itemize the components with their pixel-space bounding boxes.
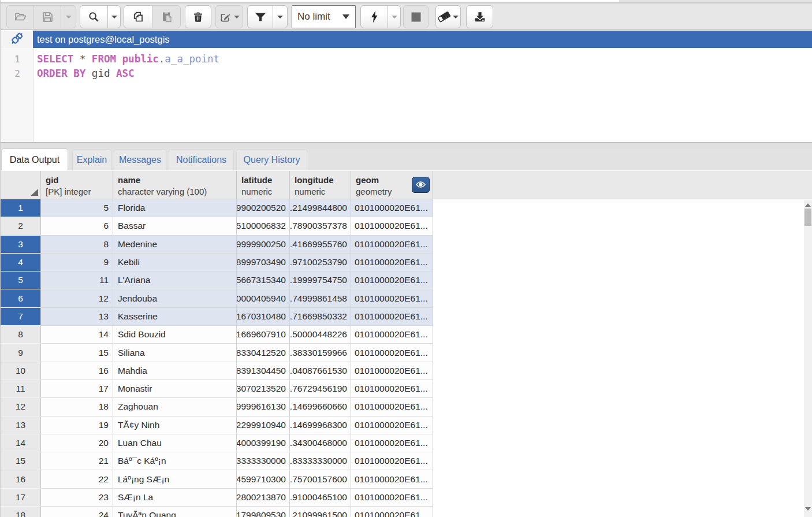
- cell-gid[interactable]: 12: [41, 289, 113, 307]
- download-button[interactable]: [466, 5, 493, 28]
- cell-gid[interactable]: 22: [41, 470, 113, 488]
- save-menu-button[interactable]: [61, 5, 76, 28]
- cell-longitude[interactable]: .14699968300: [290, 416, 351, 434]
- cell-geom[interactable]: 0101000020E61...: [351, 398, 433, 416]
- cell-name[interactable]: Jendouba: [113, 289, 237, 307]
- cell-geom[interactable]: 0101000020E61...: [351, 470, 433, 488]
- cell-latitude[interactable]: 8391304450: [237, 362, 290, 380]
- cell-geom[interactable]: 0101000020E61...: [351, 271, 433, 289]
- cell-geom[interactable]: 0101000020E61...: [351, 416, 433, 434]
- cell-longitude[interactable]: .34300468000: [290, 434, 351, 452]
- grid-vertical-scrollbar[interactable]: [804, 200, 812, 517]
- cell-longitude[interactable]: .38330159966: [290, 344, 351, 362]
- cell-name[interactable]: Bassar: [113, 217, 237, 235]
- cell-longitude[interactable]: .14699660660: [290, 398, 351, 416]
- cell-longitude[interactable]: .21499844800: [290, 199, 351, 217]
- cell-latitude[interactable]: 8330412520: [237, 344, 290, 362]
- editor-code-area[interactable]: SELECT * FROM public.a_a_pointORDER BY g…: [33, 48, 812, 142]
- cell-gid[interactable]: 24: [41, 507, 113, 517]
- cell-longitude[interactable]: .04087661530: [290, 362, 351, 380]
- connection-dropdown[interactable]: test on postgres@local_postgis: [33, 31, 812, 48]
- cell-longitude[interactable]: .71669850332: [290, 308, 351, 326]
- row-number-cell[interactable]: 6: [1, 289, 41, 307]
- cell-latitude[interactable]: 2800213870: [237, 489, 290, 507]
- cell-geom[interactable]: 0101000020E61...: [351, 380, 433, 398]
- row-number-cell[interactable]: 1: [1, 199, 41, 217]
- row-number-cell[interactable]: 2: [1, 217, 41, 235]
- cell-latitude[interactable]: 3070213520: [237, 380, 290, 398]
- cell-gid[interactable]: 15: [41, 344, 113, 362]
- cell-name[interactable]: Báº¯c Káº¡n: [113, 452, 237, 470]
- save-button[interactable]: [33, 5, 61, 28]
- copy-button[interactable]: [124, 5, 152, 28]
- code-line[interactable]: SELECT * FROM public.a_a_point: [37, 52, 812, 66]
- code-line[interactable]: ORDER BY gid ASC: [37, 66, 812, 81]
- column-header-geom[interactable]: geomgeometry: [351, 171, 433, 199]
- column-header-latitude[interactable]: latitudenumeric: [237, 171, 290, 199]
- cell-longitude[interactable]: .21099961500: [290, 507, 351, 517]
- cell-latitude[interactable]: 2299910940: [237, 416, 290, 434]
- cell-gid[interactable]: 14: [41, 326, 113, 344]
- row-limit-select[interactable]: No limit: [292, 5, 356, 28]
- scrollbar-thumb[interactable]: [804, 209, 811, 226]
- cell-gid[interactable]: 16: [41, 362, 113, 380]
- cell-geom[interactable]: 0101000020E61...: [351, 289, 433, 307]
- tab-notifications[interactable]: Notifications: [169, 149, 234, 170]
- row-number-cell[interactable]: 16: [1, 470, 41, 488]
- cell-latitude[interactable]: 1669607910: [237, 326, 290, 344]
- cell-name[interactable]: TÃ¢y Ninh: [113, 416, 237, 434]
- cell-gid[interactable]: 5: [41, 199, 113, 217]
- row-number-cell[interactable]: 8: [1, 326, 41, 344]
- cell-geom[interactable]: 0101000020E61...: [351, 326, 433, 344]
- edit-menu-button[interactable]: [215, 5, 243, 28]
- cell-longitude[interactable]: .76729456190: [290, 380, 351, 398]
- tab-explain[interactable]: Explain: [72, 149, 111, 170]
- cell-geom[interactable]: 0101000020E61...: [351, 236, 433, 254]
- execute-button[interactable]: [360, 5, 388, 28]
- cell-name[interactable]: SÆ¡n La: [113, 489, 237, 507]
- paste-button[interactable]: [152, 5, 181, 28]
- row-number-cell[interactable]: 4: [1, 254, 41, 271]
- cell-gid[interactable]: 17: [41, 380, 113, 398]
- cell-longitude[interactable]: .41669955760: [290, 236, 351, 254]
- cell-gid[interactable]: 20: [41, 434, 113, 452]
- cell-gid[interactable]: 19: [41, 416, 113, 434]
- row-number-cell[interactable]: 10: [1, 362, 41, 380]
- open-file-button[interactable]: [6, 5, 34, 28]
- cell-name[interactable]: Zaghouan: [113, 398, 237, 416]
- cell-gid[interactable]: 13: [41, 308, 113, 326]
- filter-button[interactable]: [247, 5, 273, 28]
- cell-longitude[interactable]: .83333330000: [290, 452, 351, 470]
- row-number-cell[interactable]: 7: [1, 308, 41, 326]
- stop-button[interactable]: [403, 5, 429, 28]
- clear-menu-button[interactable]: [435, 5, 461, 28]
- cell-geom[interactable]: 0101000020E61...: [351, 452, 433, 470]
- row-number-cell[interactable]: 13: [1, 416, 41, 434]
- delete-button[interactable]: [185, 5, 211, 28]
- scrollbar-up-arrow-icon[interactable]: [805, 203, 811, 207]
- row-number-cell[interactable]: 12: [1, 398, 41, 416]
- cell-longitude[interactable]: .75700157600: [290, 470, 351, 488]
- cell-gid[interactable]: 9: [41, 254, 113, 271]
- cell-latitude[interactable]: 0000405940: [237, 289, 290, 307]
- cell-name[interactable]: Siliana: [113, 344, 237, 362]
- row-number-cell[interactable]: 17: [1, 489, 41, 507]
- cell-gid[interactable]: 8: [41, 236, 113, 254]
- row-number-cell[interactable]: 11: [1, 380, 41, 398]
- cell-geom[interactable]: 0101000020E61...: [351, 217, 433, 235]
- cell-longitude[interactable]: .97100253790: [290, 254, 351, 271]
- cell-name[interactable]: TuyÃªn Quang: [113, 507, 237, 517]
- cell-geom[interactable]: 0101000020E61...: [351, 199, 433, 217]
- row-number-cell[interactable]: 5: [1, 271, 41, 289]
- cell-name[interactable]: L'Ariana: [113, 271, 237, 289]
- cell-latitude[interactable]: 5667315340: [237, 271, 290, 289]
- cell-longitude[interactable]: .74999861458: [290, 289, 351, 307]
- cell-geom[interactable]: 0101000020E61...: [351, 507, 433, 517]
- cell-gid[interactable]: 21: [41, 452, 113, 470]
- cell-geom[interactable]: 0101000020E61...: [351, 489, 433, 507]
- column-header-longitude[interactable]: longitudenumeric: [290, 171, 351, 199]
- column-header-gid[interactable]: gid[PK] integer: [41, 171, 113, 199]
- cell-latitude[interactable]: 9999616130: [237, 398, 290, 416]
- cell-latitude[interactable]: 1799809530: [237, 507, 290, 517]
- cell-name[interactable]: Monastir: [113, 380, 237, 398]
